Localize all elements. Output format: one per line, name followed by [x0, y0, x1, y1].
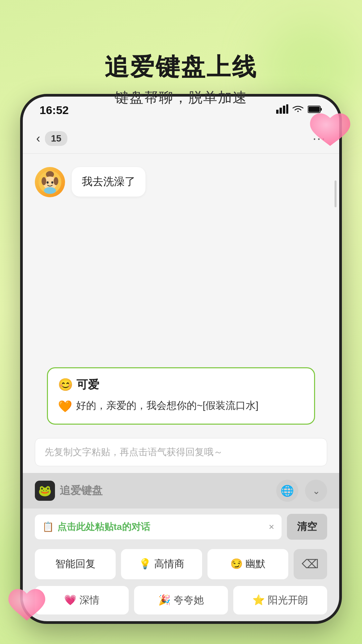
input-placeholder: 先复制文字粘贴，再点击语气获得回复哦～ — [45, 447, 223, 457]
paste-close-button[interactable]: × — [269, 522, 274, 532]
page-subtitle: 键盘帮聊，脱单加速 — [0, 88, 362, 107]
suggestion-title-emoji: 😊 — [58, 378, 73, 392]
paste-text: 📋 点击此处粘贴ta的对话 — [42, 521, 150, 533]
message-bubble: 我去洗澡了 — [72, 167, 145, 197]
suggestion-card: 😊 可爱 🧡 好的，亲爱的，我会想你的~[假装流口水] — [47, 367, 315, 425]
chat-back[interactable]: ‹ 15 — [36, 131, 67, 146]
chat-header: ‹ 15 ··· — [23, 123, 339, 154]
svg-point-12 — [47, 181, 49, 184]
keyboard-header: 🐸 追爱键盘 🌐 ⌄ — [23, 473, 339, 508]
input-area: 先复制文字粘贴，再点击语气获得回复哦～ — [23, 431, 339, 473]
quick-btn-humor[interactable]: 😏 幽默 — [207, 549, 288, 579]
suggestion-card-wrapper: 😊 可爱 🧡 好的，亲爱的，我会想你的~[假装流口水] — [23, 361, 339, 431]
svg-rect-1 — [280, 108, 282, 114]
globe-icon: 🌐 — [281, 484, 294, 497]
svg-point-11 — [54, 177, 58, 185]
globe-button[interactable]: 🌐 — [276, 480, 298, 502]
heart-decoration-bottom — [7, 587, 47, 624]
humor-label: 幽默 — [245, 558, 265, 569]
praise-emoji: 🎉 — [158, 594, 171, 605]
message-text: 我去洗澡了 — [82, 175, 135, 187]
praise-label: 夸夸她 — [174, 594, 204, 605]
svg-rect-0 — [276, 110, 279, 114]
humor-emoji: 😏 — [230, 558, 243, 569]
svg-rect-5 — [320, 108, 322, 111]
quick-btn-praise[interactable]: 🎉 夸夸她 — [134, 586, 228, 614]
paste-label: 点击此处粘贴ta的对话 — [57, 521, 150, 533]
svg-point-10 — [42, 177, 46, 185]
keyboard-logo-emoji: 🐸 — [38, 484, 52, 497]
suggestion-body: 🧡 好的，亲爱的，我会想你的~[假装流口水] — [58, 398, 304, 415]
quick-reply-row-2: 💗 深情 🎉 夸夸她 ⭐ 阳光开朗 — [23, 583, 339, 621]
suggestion-title-text: 可爱 — [76, 377, 99, 392]
delete-button[interactable]: ⌫ — [294, 549, 327, 579]
suggestion-body-text: 好的，亲爱的，我会想你的~[假装流口水] — [76, 398, 258, 413]
message-row: 我去洗澡了 — [35, 167, 327, 197]
high-eq-label: 高情商 — [154, 558, 184, 569]
keyboard-actions: 🌐 ⌄ — [276, 480, 327, 502]
suggestion-title: 😊 可爱 — [58, 377, 304, 392]
svg-point-14 — [44, 187, 56, 194]
keyboard-logo: 🐸 — [35, 481, 55, 501]
quick-btn-sunny[interactable]: ⭐ 阳光开朗 — [233, 586, 327, 614]
message-input[interactable]: 先复制文字粘贴，再点击语气获得回复哦～ — [35, 438, 327, 466]
high-eq-emoji: 💡 — [139, 558, 151, 569]
keyboard-brand: 🐸 追爱键盘 — [35, 481, 103, 501]
paste-icon: 📋 — [42, 521, 54, 532]
keyboard-name: 追爱键盘 — [60, 483, 103, 498]
chevron-down-icon: ⌄ — [312, 485, 320, 496]
sunny-label: 阳光开朗 — [268, 594, 308, 605]
paste-content[interactable]: 📋 点击此处粘贴ta的对话 × — [35, 515, 282, 539]
avatar — [35, 167, 65, 197]
deep-emoji: 💗 — [64, 594, 76, 605]
svg-point-13 — [51, 181, 53, 184]
clear-button[interactable]: 清空 — [287, 514, 327, 540]
back-arrow-icon[interactable]: ‹ — [36, 131, 40, 146]
quick-reply-row-1: 智能回复 💡 高情商 😏 幽默 ⌫ — [23, 545, 339, 583]
page-title: 追爱键盘上线 — [0, 27, 362, 80]
chat-area: 我去洗澡了 — [23, 154, 339, 361]
sunny-emoji: ⭐ — [252, 594, 265, 605]
expand-button[interactable]: ⌄ — [305, 480, 327, 502]
deep-label: 深情 — [79, 594, 100, 605]
unread-badge: 15 — [45, 131, 67, 146]
scrollbar-thumb[interactable] — [335, 180, 337, 207]
quick-btn-high-eq[interactable]: 💡 高情商 — [121, 549, 202, 579]
scrollbar-track — [335, 180, 337, 361]
quick-btn-smart-reply[interactable]: 智能回复 — [35, 549, 116, 579]
suggestion-body-icon: 🧡 — [58, 398, 72, 415]
heart-decoration-top — [308, 111, 352, 151]
quick-btn-deep[interactable]: 💗 深情 — [35, 586, 129, 614]
phone-mockup: 16:52 ‹ 15 ··· — [20, 94, 342, 624]
smart-reply-label: 智能回复 — [55, 558, 96, 569]
paste-area: 📋 点击此处粘贴ta的对话 × 清空 — [23, 508, 339, 545]
delete-icon: ⌫ — [302, 557, 319, 571]
